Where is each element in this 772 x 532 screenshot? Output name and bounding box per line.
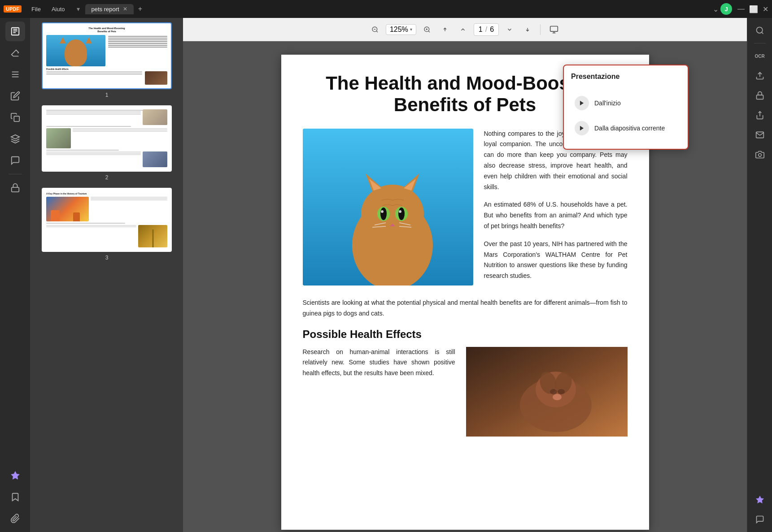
popup-label-1: Dall'inizio [594,99,621,107]
right-lock-icon[interactable] [751,87,769,104]
thumb1-section: Possible Health Effects [46,68,167,70]
right-search-icon[interactable] [751,22,769,39]
popup-item-dall-inizio[interactable]: Dall'inizio [571,91,680,115]
thumb3-eiffel-image [138,225,167,247]
popup-label-2: Dalla diapositiva corrente [594,125,665,132]
svg-marker-8 [11,135,19,139]
popup-play-icon-2 [575,121,589,135]
nav-down-button[interactable] [502,22,517,37]
thumb1-cat-ear-right [86,37,92,43]
svg-point-55 [758,154,761,157]
right-email-icon[interactable] [751,126,769,144]
sidebar-icon-bookmark[interactable] [5,487,25,507]
pdf-bottom-row: Research on human-animal interactions is… [303,347,628,437]
page-info: 1 / 6 [474,23,499,36]
pdf-content-row: Nothing compares to the joy of coming ho… [303,129,628,289]
thumb2-b1 [46,151,141,152]
tab-dropdown-arrow[interactable]: ▾ [77,5,80,13]
sidebar-icon-reader[interactable] [5,22,25,41]
thumb2-img1 [143,109,167,125]
right-share-icon[interactable] [751,106,769,124]
presentation-popup: Presentazione Dall'inizio Dalla diaposit… [563,65,689,150]
right-export-icon[interactable] [751,67,769,85]
thumb1-bottom-line1 [46,71,142,72]
svg-point-48 [558,389,565,394]
thumb1-line5 [108,43,167,44]
tab-label: pets report [92,6,119,13]
right-ocr-icon[interactable]: OCR [751,47,769,65]
close-button[interactable]: ✕ [763,5,768,13]
pdf-paragraph-2: An estimated 68% of U.S. households have… [484,199,628,231]
sidebar-icon-layers[interactable] [5,129,25,149]
nav-up-button[interactable] [456,22,470,37]
sidebar-icon-star[interactable] [5,466,25,485]
pdf-scientists-text: Scientists are looking at what the poten… [303,298,628,319]
thumbnail-1[interactable]: The Health and Mood-BoostingBenefits of … [35,22,179,98]
menu-file[interactable]: File [27,4,45,14]
thumb1-cat-ear-left [60,37,66,43]
sidebar-icon-comment[interactable] [5,151,25,170]
toolbar: 125% ▾ 1 / 6 [183,18,747,41]
svg-point-50 [756,27,762,33]
thumbnail-3[interactable]: A Key Phase in the History of Tourism [35,188,179,261]
sidebar-icon-attachment[interactable] [5,509,25,528]
thumb-card-2[interactable] [42,105,172,172]
pdf-paragraph-3: Over the past 10 years, NIH has partnere… [484,239,628,281]
svg-point-26 [361,185,424,243]
nav-to-bottom-button[interactable] [520,22,535,37]
right-star-icon[interactable] [751,491,769,509]
main-layout: The Health and Mood-BoostingBenefits of … [0,18,772,532]
right-camera-icon[interactable] [751,146,769,164]
zoom-in-button[interactable] [420,22,434,37]
svg-marker-23 [580,126,584,131]
titlebar: UPDF File Aiuto ▾ pets report ✕ + ⌄ J — … [0,0,772,18]
new-tab-button[interactable]: + [135,5,145,13]
svg-rect-19 [550,26,558,31]
svg-line-14 [428,31,430,32]
avatar[interactable]: J [720,3,732,15]
thumb-num-1: 1 [105,92,109,98]
thumb1-line6 [108,45,167,46]
window-dropdown-icon[interactable]: ⌄ [713,5,719,13]
zoom-control[interactable]: 125% ▾ [386,24,416,35]
thumb-card-1[interactable]: The Health and Mood-BoostingBenefits of … [42,22,172,89]
toolbar-separator [540,24,541,35]
thumb1-line2 [108,38,167,39]
thumb-card-3[interactable]: A Key Phase in the History of Tourism [42,188,172,252]
sidebar-icon-eraser[interactable] [5,43,25,63]
thumbnail-2[interactable]: 2 [35,105,179,181]
svg-rect-9 [11,187,19,192]
popup-title: Presentazione [571,73,680,84]
zoom-out-button[interactable] [368,22,382,37]
menu-aiuto[interactable]: Aiuto [47,4,70,14]
thumb3-l2 [91,198,167,199]
sidebar-icon-list[interactable] [5,65,25,84]
thumb1-title: The Health and Mood-BoostingBenefits of … [46,27,167,33]
nav-to-top-button[interactable] [438,22,452,37]
right-chat-icon[interactable] [751,510,769,528]
thumb1-cat-body [65,39,87,66]
minimize-button[interactable]: — [737,5,745,13]
popup-box: Presentazione Dall'inizio Dalla diaposit… [563,65,689,150]
thumb1-line3 [108,39,167,40]
sidebar-icon-copy[interactable] [5,108,25,127]
thumb1-line4 [108,41,167,42]
tab-close-icon[interactable]: ✕ [123,6,127,12]
svg-marker-22 [580,101,584,106]
sidebar-icon-edit[interactable] [5,86,25,106]
zoom-dropdown-icon[interactable]: ▾ [410,27,412,32]
active-tab[interactable]: pets report ✕ [85,4,134,14]
maximize-button[interactable]: ⬜ [749,5,758,13]
sidebar-icon-security[interactable] [5,178,25,198]
thumb-num-3: 3 [105,255,109,261]
svg-line-51 [761,32,763,34]
thumb3-eiffel-tower [152,229,153,247]
pdf-text-column: Nothing compares to the joy of coming ho… [484,129,628,289]
presentation-button[interactable] [546,22,562,38]
thumb2-title-line [46,110,143,111]
pdf-cat-image [303,129,473,285]
svg-rect-7 [14,116,19,121]
popup-item-dalla-diapositiva[interactable]: Dalla diapositiva corrente [571,117,680,140]
thumb3-b2 [46,226,136,227]
zoom-value: 125% [390,26,408,34]
